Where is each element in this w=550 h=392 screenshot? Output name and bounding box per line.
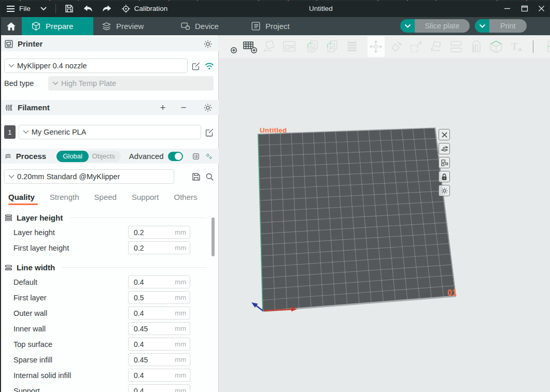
value-field[interactable]	[129, 356, 175, 364]
tab-support[interactable]: Support	[132, 193, 159, 201]
tab-strength[interactable]: Strength	[50, 193, 79, 201]
value-field[interactable]	[129, 325, 175, 333]
tab-prepare[interactable]: Prepare	[22, 17, 93, 35]
value-field[interactable]	[129, 294, 175, 302]
layer-height-input: mm	[128, 226, 190, 239]
compare-presets-gears-icon[interactable]	[205, 152, 213, 161]
plate-settings-button[interactable]	[439, 185, 450, 196]
print-button[interactable]: Print	[489, 19, 527, 33]
slice-plate-button[interactable]: Slice plate	[415, 19, 470, 33]
save-button[interactable]	[60, 0, 79, 17]
tab-others[interactable]: Others	[174, 193, 198, 201]
setting-row: Outer wall mm	[0, 306, 218, 321]
unit-label: mm	[175, 309, 190, 317]
group-divider	[69, 217, 207, 218]
filament-preset-value: My Generic PLA	[32, 128, 87, 136]
printer-preset-select[interactable]: MyKlipper 0.4 nozzle	[4, 59, 188, 73]
file-menu-label: File	[19, 5, 31, 12]
wifi-connection-icon[interactable]	[204, 62, 215, 70]
top-surface-line-width-input: mm	[128, 338, 190, 351]
save-preset-icon[interactable]	[191, 172, 201, 182]
edit-filament-preset-icon[interactable]	[205, 127, 215, 137]
layers-stack-icon	[345, 39, 359, 54]
split-to-parts-button[interactable]: P	[323, 37, 342, 56]
delete-plate-button[interactable]	[439, 129, 450, 140]
scope-global-button[interactable]: Global	[57, 151, 89, 162]
minimize-button[interactable]	[499, 0, 516, 17]
printer-preset-row: MyKlipper 0.4 nozzle	[4, 59, 215, 73]
tab-quality[interactable]: Quality	[8, 193, 35, 201]
advanced-toggle[interactable]	[168, 152, 184, 161]
file-menu-button[interactable]: File	[0, 0, 36, 17]
filament-preset-select[interactable]: My Generic PLA	[19, 125, 201, 139]
tab-project[interactable]: Project	[244, 17, 297, 35]
process-tabs: Quality Strength Speed Support Others	[0, 188, 219, 205]
plate-name-label[interactable]: Untitled	[260, 126, 287, 134]
calibration-label: Calibration	[134, 5, 168, 12]
value-field[interactable]	[129, 228, 175, 237]
split-half-icon	[449, 39, 463, 54]
tab-speed[interactable]: Speed	[94, 193, 117, 201]
tab-prepare-label: Prepare	[46, 22, 73, 31]
setting-label: Support	[13, 387, 40, 392]
assembly-view-button[interactable]	[343, 37, 361, 56]
value-field[interactable]	[129, 371, 175, 380]
value-field[interactable]	[129, 278, 175, 286]
print-options-button[interactable]	[475, 19, 489, 33]
save-icon	[64, 4, 74, 13]
scope-objects-button[interactable]: Objects	[89, 152, 121, 160]
calibration-button[interactable]: Calibration	[116, 0, 173, 17]
slice-options-button[interactable]	[400, 19, 415, 33]
auto-orient-button[interactable]	[260, 37, 279, 56]
color-painting-button[interactable]	[468, 37, 486, 56]
device-monitor-icon	[180, 21, 190, 31]
add-filament-button[interactable]: +	[157, 103, 169, 112]
lock-plate-button[interactable]	[439, 171, 450, 182]
value-field[interactable]	[129, 309, 175, 317]
text-tool-button[interactable]: Ta	[507, 37, 526, 56]
undo-button[interactable]	[79, 0, 97, 17]
parameter-table-icon[interactable]	[192, 152, 200, 161]
process-section-header: Process Global Objects Advanced	[0, 149, 219, 164]
add-object-button[interactable]	[221, 37, 239, 56]
split-to-objects-button[interactable]: O	[303, 37, 322, 56]
arrange-button[interactable]	[280, 37, 299, 56]
scale-tool-button[interactable]	[407, 37, 426, 56]
tab-device[interactable]: Device	[173, 17, 226, 35]
maximize-button[interactable]	[516, 0, 533, 17]
sidebar-panel: Printer MyKlipper 0.4 nozzle Bed type Hi…	[0, 35, 219, 392]
active-tab-underline	[8, 204, 38, 205]
cut-tool-button[interactable]	[487, 37, 505, 56]
split-tool-button[interactable]	[447, 37, 466, 56]
bed-type-select[interactable]: High Temp Plate	[48, 76, 214, 91]
close-button[interactable]	[533, 0, 550, 17]
seam-painting-button[interactable]	[544, 37, 550, 56]
plate-surface[interactable]	[258, 128, 456, 311]
move-tool-button[interactable]	[366, 37, 385, 56]
printer-icon	[4, 39, 13, 49]
inner-wall-line-width-input: mm	[128, 322, 190, 335]
settings-scrollbar[interactable]	[211, 217, 215, 256]
setting-row: Top surface mm	[0, 337, 218, 352]
remove-filament-button[interactable]: −	[177, 103, 190, 112]
setting-row: First layer height mm	[0, 240, 218, 256]
add-plate-button[interactable]	[241, 37, 259, 56]
value-field[interactable]	[129, 387, 175, 392]
rotate-plate-button[interactable]	[439, 143, 450, 154]
search-settings-icon[interactable]	[205, 172, 215, 182]
file-menu-dropdown-button[interactable]	[36, 0, 51, 17]
redo-button[interactable]	[97, 0, 116, 17]
edit-printer-preset-icon[interactable]	[191, 61, 201, 71]
process-preset-select[interactable]: 0.20mm Standard @MyKlipper	[4, 169, 174, 184]
home-button[interactable]	[0, 17, 22, 35]
flatten-tool-button[interactable]	[427, 37, 446, 56]
viewport-3d[interactable]: Untitled 01	[219, 35, 550, 392]
filament-settings-gear-icon[interactable]	[203, 103, 213, 112]
printer-settings-gear-icon[interactable]	[203, 39, 213, 49]
text-tool-icon: Ta	[510, 39, 524, 54]
rotate-tool-button[interactable]	[387, 37, 405, 56]
tab-preview[interactable]: Preview	[94, 17, 151, 35]
value-field[interactable]	[129, 340, 175, 349]
value-field[interactable]	[129, 244, 175, 252]
arrange-plate-button[interactable]	[439, 157, 450, 168]
